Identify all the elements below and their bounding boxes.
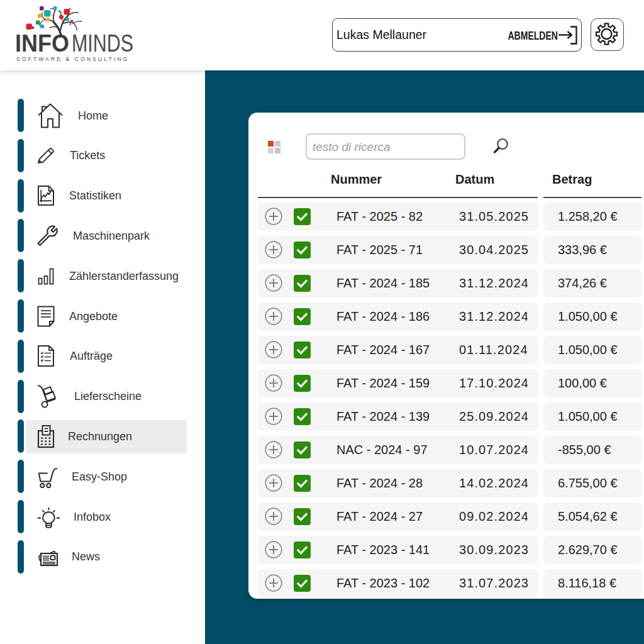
svg-text:SOFTWARE & CONSULTING: SOFTWARE & CONSULTING [16,56,130,62]
svg-text:MINDS: MINDS [72,30,133,57]
